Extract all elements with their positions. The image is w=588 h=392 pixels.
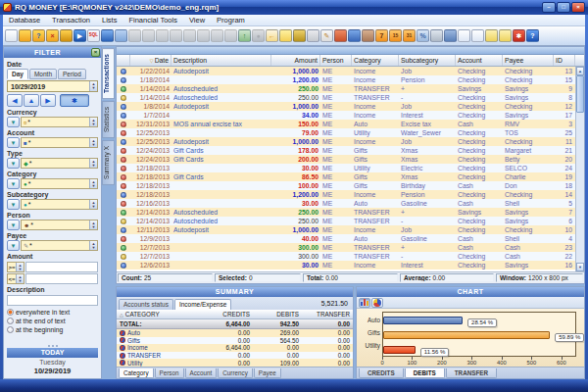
all-dates-button[interactable]: ✱ bbox=[60, 94, 89, 107]
statistics-icon[interactable]: % bbox=[416, 29, 429, 42]
open-database-icon[interactable] bbox=[19, 29, 31, 42]
calendar-year-icon[interactable]: 31 bbox=[403, 29, 416, 42]
date-tab-period[interactable]: Period bbox=[58, 69, 86, 79]
date-input[interactable]: 10/29/2019 ▲▼ bbox=[7, 80, 98, 92]
vertical-scrollbar[interactable]: ▲ ▼ bbox=[575, 67, 584, 271]
close-button[interactable]: × bbox=[571, 2, 585, 13]
password-lock-icon[interactable] bbox=[60, 29, 73, 42]
column-header-description[interactable]: Description bbox=[172, 55, 271, 66]
transaction-row[interactable]: 1/22/2014Autodeposit1,000.00MEIncomeJobC… bbox=[117, 67, 575, 75]
side-tab-summary-x[interactable]: Summary X bbox=[102, 140, 115, 185]
transaction-row[interactable]: 12/11/2013Autodeposit1,000.00MEIncomeJob… bbox=[117, 225, 575, 234]
summary-row[interactable]: Auto0.00269.000.00 bbox=[117, 329, 353, 337]
summary-tab-accounts-status[interactable]: Accounts status bbox=[119, 299, 173, 310]
transaction-row[interactable]: 1/7/201434.00MEIncomeInterestCheckingSav… bbox=[117, 111, 575, 120]
menu-item-database[interactable]: Database bbox=[3, 15, 46, 26]
search-option-everywhere-in-text[interactable]: everywhere in text bbox=[7, 308, 98, 317]
scroll-down-icon[interactable]: ▼ bbox=[576, 263, 584, 271]
transaction-row[interactable]: 1/14/2014Autoscheduled250.00METRANSFER-C… bbox=[117, 93, 575, 102]
menu-item-program[interactable]: Program bbox=[211, 15, 251, 26]
transaction-row[interactable]: 12/18/2013Gift Cards86.50MEGiftsXmasChec… bbox=[117, 172, 575, 181]
date-tab-day[interactable]: Day bbox=[7, 69, 28, 79]
summary-bottom-tab-category[interactable]: Category bbox=[119, 368, 154, 378]
side-tab-statistics[interactable]: Statistics bbox=[102, 101, 115, 138]
transaction-row[interactable]: 12/31/2013MOS annual excise tax150.00MEA… bbox=[117, 120, 575, 128]
transaction-row[interactable]: 1/18/20141,200.00MEIncomePensionChecking… bbox=[117, 75, 575, 84]
transaction-row[interactable]: 12/14/2013Autoscheduled250.00METRANSFER-… bbox=[117, 217, 575, 225]
connect-icon[interactable]: ▶ bbox=[74, 29, 86, 42]
sql-editor-icon[interactable]: SQL bbox=[87, 29, 100, 42]
transaction-row[interactable]: 12/6/201330.00MEIncomeInterestCheckingSa… bbox=[117, 261, 575, 270]
transaction-row[interactable]: 12/16/201330.00MEAutoGasolineCashShell5 bbox=[117, 199, 575, 208]
import-icon[interactable]: ↑ bbox=[238, 29, 251, 42]
summary-bottom-tab-payee[interactable]: Payee bbox=[254, 368, 281, 378]
filter-select-subcategory[interactable]: ●*▲▼ bbox=[21, 199, 98, 210]
filter-select-category[interactable]: ●*▲▼ bbox=[21, 178, 98, 189]
scroll-up-icon[interactable]: ▲ bbox=[576, 67, 584, 75]
date-tab-month[interactable]: Month bbox=[29, 69, 57, 79]
transaction-row[interactable]: 12/18/2013100.00MEGiftsBirthdayCashDon18 bbox=[117, 181, 575, 190]
help-icon[interactable]: ? bbox=[526, 29, 539, 42]
filter-select-type[interactable]: ◆*▲▼ bbox=[21, 158, 98, 169]
column-header-category[interactable]: Category bbox=[352, 55, 399, 66]
chart-bottom-tab-credits[interactable]: CREDITS bbox=[359, 368, 404, 378]
new-database-icon[interactable] bbox=[5, 29, 18, 42]
column-header-amount[interactable]: Amount bbox=[271, 55, 320, 66]
summary-bottom-tab-person[interactable]: Person bbox=[155, 368, 184, 378]
filter-close-button[interactable]: × bbox=[91, 48, 100, 57]
transaction-row[interactable]: 12/18/20131,200.00MEIncomePensionCheckin… bbox=[117, 190, 575, 199]
notes-icon[interactable] bbox=[279, 29, 292, 42]
layout-panel-right-icon[interactable] bbox=[499, 29, 512, 42]
summary-column-credits[interactable]: CREDITS bbox=[198, 311, 253, 318]
close-database-icon[interactable]: × bbox=[46, 29, 59, 42]
summary-column-category[interactable]: △CATEGORY bbox=[117, 311, 198, 318]
filter-select-account[interactable]: ■*▲▼ bbox=[21, 137, 98, 148]
maximize-button[interactable]: □ bbox=[557, 2, 570, 13]
dropdown-spinner[interactable]: ▲▼ bbox=[89, 241, 97, 250]
transaction-row[interactable]: 12/7/2013300.00METRANSFER-CheckingCash22 bbox=[117, 252, 575, 261]
transaction-row[interactable]: 12/24/2013Gift Cards178.00MEGiftsXmasChe… bbox=[117, 146, 575, 155]
menu-item-financial-tools[interactable]: Financial Tools bbox=[122, 15, 182, 26]
menu-item-transaction[interactable]: Transaction bbox=[46, 15, 96, 26]
scrollbar-thumb[interactable] bbox=[576, 75, 584, 113]
filter-select-payee[interactable]: ✎*▲▼ bbox=[21, 240, 98, 251]
dropdown-spinner[interactable]: ▲▼ bbox=[89, 179, 97, 188]
column-header-person[interactable]: Person bbox=[320, 55, 352, 66]
filter-select-currency[interactable]: ¤*▲▼ bbox=[21, 117, 98, 127]
menu-item-lists[interactable]: Lists bbox=[96, 15, 122, 26]
minimize-button[interactable]: – bbox=[542, 2, 556, 13]
amount-operator-max[interactable]: <=▲▼ bbox=[7, 273, 24, 284]
summary-tab-income-expense[interactable]: Income/Expense bbox=[174, 299, 231, 310]
summary-bottom-tab-account[interactable]: Account bbox=[185, 368, 218, 378]
backup-icon[interactable] bbox=[115, 29, 127, 42]
filter-funnel-button-subcategory[interactable]: ▼ bbox=[7, 199, 20, 210]
filter-select-person[interactable]: ☻*▲▼ bbox=[21, 220, 98, 230]
transaction-row[interactable]: 12/18/201330.00MEUtilityElectricChecking… bbox=[117, 164, 575, 172]
current-date-button[interactable]: ▲ bbox=[24, 94, 39, 107]
dropdown-spinner[interactable]: ▲▼ bbox=[89, 159, 97, 168]
persons-report-icon[interactable] bbox=[334, 29, 347, 42]
transaction-row[interactable]: 12/14/2013Autoscheduled250.00METRANSFER+… bbox=[117, 208, 575, 217]
dropdown-spinner[interactable]: ▲▼ bbox=[89, 118, 97, 126]
next-date-button[interactable]: ▶ bbox=[40, 94, 56, 107]
summary-row[interactable]: Utility0.00109.000.00 bbox=[117, 359, 353, 367]
chart-bottom-tab-debits[interactable]: DEBITS bbox=[405, 368, 445, 378]
layout-panel-top-icon[interactable] bbox=[458, 29, 470, 42]
shopping-list-icon[interactable] bbox=[307, 29, 319, 42]
column-header-date[interactable]: ▽Date bbox=[130, 55, 172, 66]
currency-calculator-icon[interactable] bbox=[444, 29, 457, 42]
transaction-row[interactable]: 1/8/2014Autodeposit1,000.00MEIncomeJobCh… bbox=[117, 102, 575, 111]
date-spinner[interactable]: ▲▼ bbox=[89, 81, 97, 91]
transaction-row[interactable]: 1/14/2014Autoscheduled250.00METRANSFER+S… bbox=[117, 84, 575, 93]
side-tab-transactions[interactable]: Transactions bbox=[102, 48, 115, 99]
filter-funnel-button-account[interactable]: ▼ bbox=[7, 137, 20, 148]
summary-row[interactable]: Gifts0.00564.500.00 bbox=[117, 337, 353, 345]
pie-chart-button[interactable] bbox=[371, 298, 383, 308]
summary-bottom-tab-currency[interactable]: Currency bbox=[218, 368, 253, 378]
column-header-status[interactable] bbox=[117, 55, 130, 66]
calculator-icon[interactable] bbox=[430, 29, 443, 42]
passwords-icon[interactable] bbox=[293, 29, 306, 42]
undo-icon[interactable]: ← bbox=[266, 29, 278, 42]
menu-item-view[interactable]: View bbox=[183, 15, 211, 26]
dropdown-spinner[interactable]: ▲▼ bbox=[89, 200, 97, 209]
